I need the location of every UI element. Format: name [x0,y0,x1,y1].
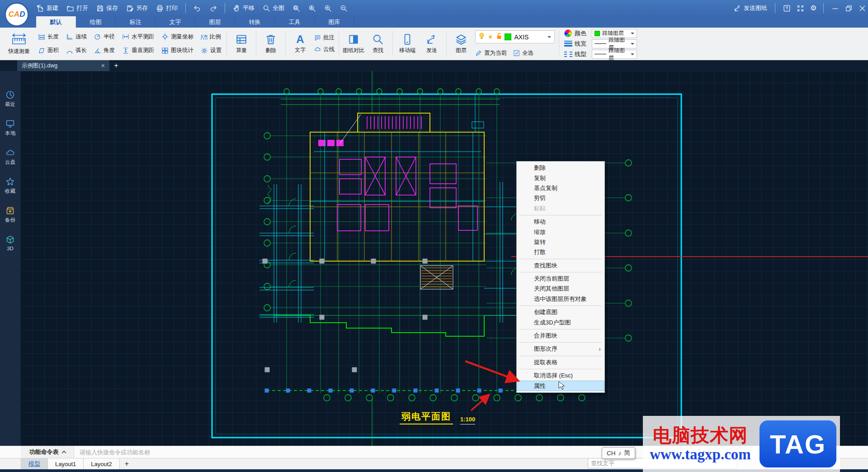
menu-item-extract-table[interactable]: 提取表格 [517,358,604,367]
undo-button[interactable] [189,2,205,14]
tab-draw[interactable]: 绘图 [76,16,116,28]
menu-item-close-other-layers[interactable]: 关闭其他图层 [517,284,604,294]
tab-layer[interactable]: 图层 [195,16,235,28]
scale-button[interactable]: 1:N比例 [201,30,222,44]
divider [446,31,447,57]
menu-item-generate-3d-floorplan[interactable]: 生成3D户型图 [517,317,604,327]
continuous-button[interactable]: 连续 [66,30,87,44]
sidebar-item-local[interactable]: 本地 [5,119,15,137]
menu-item-cut[interactable]: 剪切 [517,193,604,203]
restore-icon [845,5,853,12]
text-button[interactable]: A 文字 [288,29,312,58]
layer-select[interactable]: ☀ AXIS [475,30,555,43]
quantity-takeoff-button[interactable]: 算量 [229,29,254,58]
length-button[interactable]: 长度 [38,30,59,44]
chevron-down-icon [547,36,551,40]
close-tab-icon[interactable]: × [101,62,105,69]
open-button[interactable]: 打开 [62,2,92,14]
fullscreen-button[interactable] [793,2,806,14]
menu-item-select-layer-objects[interactable]: 选中该图层所有对象 [517,294,604,304]
minimize-button[interactable] [827,2,841,14]
find-button[interactable]: 查找 [366,29,390,58]
ime-indicator[interactable]: CH ♪ 简 [602,447,635,459]
redo-button[interactable] [205,2,221,14]
restore-button[interactable] [841,2,854,14]
menu-item-find-block[interactable]: 查找图块 [517,261,604,271]
zoom-in-button[interactable] [320,2,336,14]
angle-button[interactable]: 角度 [94,44,115,58]
menu-item-close-current-layer[interactable]: 关闭当前图层 [517,274,604,284]
new-button[interactable]: 新建 [33,2,62,14]
sidebar-item-backup[interactable]: 备份 [5,206,15,224]
tab-layout1[interactable]: Layout1 [48,458,84,469]
layers-button[interactable]: 图层 [449,29,473,58]
radius-button[interactable]: 半径 [94,30,115,44]
settings-button[interactable]: ⚙ [806,2,820,14]
tab-text[interactable]: 文字 [156,16,195,28]
horizontal-distance-button[interactable]: 水平测距 [122,30,154,44]
vertical-distance-button[interactable]: 垂直测距 [122,44,154,58]
comment-button[interactable]: 批注 [314,34,335,42]
drawing-compare-button[interactable]: 图纸对比 [341,29,366,58]
close-button[interactable] [854,2,868,14]
zoom-out-button[interactable] [336,2,352,14]
menu-item-create-base-map[interactable]: 创建底图 [517,307,604,317]
save-as-button[interactable]: 另存 [122,2,152,14]
pan-button[interactable]: 平移 [229,2,259,14]
menu-item-rotate[interactable]: 旋转 [517,237,604,247]
quick-measure-button[interactable]: 快速测量 [3,29,35,58]
tab-default[interactable]: 默认 [36,16,76,28]
tab-model[interactable]: 模型 [21,458,48,469]
zoom-scale-icon [308,5,316,12]
sidebar-item-label: 云盘 [5,159,15,166]
menu-item-properties[interactable]: 属性 [517,381,604,391]
menu-item-explode[interactable]: 打散 [517,247,604,257]
share-icon [734,5,741,12]
drawing-canvas[interactable]: 弱电平面图 1:100 删除 复制 基点复制 剪切 粘贴 移动 缩放 旋转 打散… [21,71,868,446]
send-drawing-button[interactable]: 发送图纸 [730,2,771,14]
menu-item-deselect[interactable]: 取消选择 (Esc) [517,371,604,381]
revision-cloud-button[interactable]: 云线 [314,46,335,53]
add-layout-button[interactable]: + [120,458,134,469]
area-button[interactable]: 面积 [38,44,59,58]
menu-item-delete[interactable]: 删除 [517,163,604,173]
coordinate-button[interactable]: 测量坐标 [161,30,193,44]
sidebar-item-recent[interactable]: 最近 [5,90,15,108]
mobile-button[interactable]: 移动端 [395,29,420,58]
new-tab-button[interactable]: + [109,60,123,71]
document-tab[interactable]: 示例图(1).dwg × [17,60,109,71]
linetype-dropdown[interactable]: 跟随图层 [592,50,637,59]
measure-settings-button[interactable]: 设置 [201,44,222,58]
sidebar-item-cloud[interactable]: 云盘 [5,148,15,166]
zoom-scale-button[interactable] [304,2,320,14]
zoom-all-button[interactable]: 全图 [259,2,288,14]
sidebar-item-3d[interactable]: 3D [5,235,15,251]
menu-item-scale[interactable]: 缩放 [517,227,604,237]
tab-convert[interactable]: 转换 [235,16,275,28]
menu-item-move[interactable]: 移动 [517,217,604,227]
menu-separator [519,342,602,343]
line-swatch [594,54,606,54]
save-button[interactable]: 保存 [92,2,122,14]
help-button[interactable] [779,2,793,14]
tab-layout2[interactable]: Layout2 [84,458,119,469]
menu-item-copy[interactable]: 复制 [517,173,604,183]
command-list-button[interactable]: 功能命令表 [21,446,74,458]
block-statistics-button[interactable]: 图块统计 [161,44,193,58]
menu-item-merge-blocks[interactable]: 合并图块 [517,331,604,341]
print-button[interactable]: 打印 [152,2,182,14]
delete-button[interactable]: 删除 [259,29,283,58]
set-current-button[interactable]: 置为当前 [475,49,507,57]
tab-dimension[interactable]: 标注 [116,16,156,28]
close-icon [859,5,866,12]
tab-tools[interactable]: 工具 [275,16,315,28]
select-all-button[interactable]: 全选 [513,49,533,57]
arc-length-button[interactable]: 弧长 [66,44,87,58]
zoom-window-button[interactable] [288,2,304,14]
tab-library[interactable]: 图库 [315,16,354,28]
menu-item-copy-with-base-point[interactable]: 基点复制 [517,183,604,193]
menu-item-draw-order[interactable]: 图形次序› [517,344,604,354]
set-current-icon [475,50,482,57]
sidebar-item-favorites[interactable]: 收藏 [5,177,15,195]
send-button[interactable]: 发送 [420,29,444,58]
